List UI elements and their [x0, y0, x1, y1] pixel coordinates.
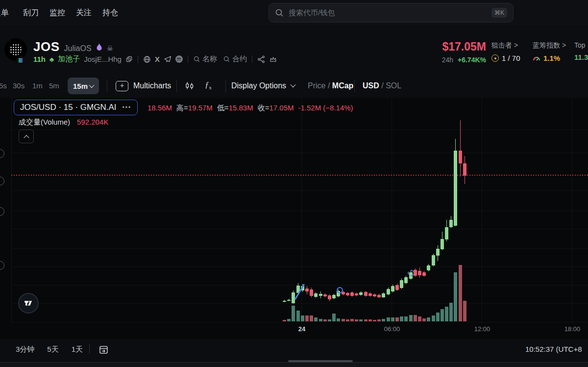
volume-bar — [296, 311, 300, 321]
candle-body — [418, 271, 421, 275]
search-input[interactable]: 搜索代币/钱包 ⌘K — [269, 3, 514, 23]
divider — [107, 79, 107, 92]
tradingview-logo[interactable] — [18, 293, 39, 314]
candle-body — [323, 294, 327, 296]
website-globe-icon[interactable] — [143, 55, 151, 63]
legend-menu-icon[interactable]: ••• — [122, 104, 131, 111]
candle-body — [454, 151, 457, 226]
gridline-h — [11, 130, 588, 130]
candle-body — [387, 289, 390, 294]
volume-bar — [319, 319, 322, 321]
indicators-fx-icon[interactable]: ƒx — [205, 80, 212, 90]
search-by-name[interactable]: 名称 — [202, 54, 217, 64]
gauge-icon — [533, 55, 540, 61]
volume-bar — [463, 301, 466, 321]
candle-wick — [460, 120, 461, 177]
candle-body — [328, 295, 331, 299]
candle-body — [373, 294, 376, 296]
collapse-panel-button[interactable] — [19, 130, 34, 143]
candle-body — [391, 286, 394, 291]
timeframe-30s[interactable]: 30s — [13, 81, 24, 90]
volume-bar — [337, 318, 340, 321]
sniper-target-icon — [491, 54, 499, 62]
cto-icon: ♣ — [49, 55, 54, 63]
volume-bar — [368, 319, 372, 321]
gridline-v — [572, 98, 572, 324]
volume-bar — [395, 317, 399, 321]
share-icon[interactable] — [257, 55, 265, 63]
volume-bar — [305, 315, 309, 321]
candle-body — [314, 293, 318, 297]
volume-bar — [287, 319, 291, 321]
price-mcap-toggle[interactable]: Price / MCap — [308, 81, 353, 90]
volume-bar — [350, 319, 354, 321]
sniper-label[interactable]: 狙击者 > — [491, 41, 520, 50]
multicharts-button[interactable]: Multicharts — [133, 81, 171, 90]
candle-body — [364, 292, 368, 296]
range-1d[interactable]: 1天 — [72, 345, 83, 354]
volume-bar — [414, 315, 417, 321]
bluechip-label[interactable]: 蓝筹指数 > — [533, 41, 566, 50]
display-options-button[interactable]: Display Options — [231, 81, 295, 90]
volume-bar — [422, 318, 426, 321]
search-placeholder: 搜索代币/钱包 — [289, 8, 491, 18]
timeframe-1m[interactable]: 1m — [32, 81, 43, 90]
change-value: -1.52M (−8.14%) — [298, 104, 353, 112]
flame-icon — [96, 43, 102, 51]
candle-body — [359, 292, 363, 295]
token-logo — [10, 44, 22, 55]
volume-bar — [292, 306, 295, 321]
lines-circle-icon[interactable] — [175, 55, 183, 63]
top-value: 11.3 — [574, 53, 588, 61]
nav-item-watchlist[interactable]: 关注 — [76, 8, 92, 18]
search-by-contract[interactable]: 合约 — [232, 54, 247, 64]
chart-legend[interactable]: JOS/USD · 15 · GMGN.AI ••• — [14, 100, 138, 115]
top-label[interactable]: Top — [574, 41, 588, 49]
volume-bar — [382, 319, 385, 321]
divider — [138, 55, 138, 63]
token-address[interactable]: JosjE...Hhg — [84, 55, 122, 63]
volume-bar — [346, 319, 349, 321]
session-clock[interactable]: 10:52:37 (UTC+8 — [525, 345, 582, 353]
window-bottom-strip — [0, 363, 588, 367]
volume-bar — [404, 316, 408, 321]
volume-bar — [377, 319, 381, 321]
range-3min[interactable]: 3分钟 — [16, 345, 34, 354]
crown-icon[interactable] — [269, 55, 277, 63]
nav-item-copytrade[interactable]: 跟单 — [0, 8, 9, 18]
candlestick-chart[interactable]: 2406:0012:0018:00 JOS/USD · 15 · GMGN.AI… — [0, 98, 588, 339]
drawing-tool-partial-icon — [0, 261, 4, 270]
token-symbol: JOS — [33, 39, 60, 54]
usd-sol-toggle[interactable]: USD / SOL — [363, 81, 401, 90]
volume-bar — [436, 313, 440, 321]
candle-body — [305, 288, 309, 291]
timeframe-active-button[interactable]: 15m — [68, 78, 99, 94]
top-holders-stat: Top 11.3 — [574, 41, 588, 61]
goto-date-calendar-icon[interactable] — [98, 344, 110, 356]
divider — [354, 79, 355, 92]
telegram-icon[interactable] — [164, 55, 172, 63]
candle-style-icon[interactable] — [184, 80, 195, 91]
nav-item-monitor[interactable]: 监控 — [49, 8, 65, 18]
add-chart-icon[interactable]: + — [116, 81, 128, 91]
volume-label: 成交量(Volume) — [19, 118, 70, 127]
x-axis-label: 18:00 — [564, 325, 581, 333]
volume-bar — [364, 319, 368, 321]
candle-body — [332, 295, 336, 298]
range-5d[interactable]: 5天 — [47, 345, 58, 354]
copy-icon[interactable] — [125, 55, 133, 63]
token-address-row: 11h ♣ 加池子 JosjE...Hhg X 名称 合约 — [33, 54, 277, 64]
volume-bar — [391, 317, 394, 321]
skull-icon: ☠ — [107, 44, 113, 53]
cto-label[interactable]: 加池子 — [58, 54, 80, 64]
range-shortcuts: 3分钟 5天 1天 — [16, 345, 83, 354]
twitter-x-icon[interactable]: X — [155, 55, 160, 63]
nav-item-scraper[interactable]: 刮刀 — [23, 8, 39, 18]
timeframe-5m[interactable]: 5m — [49, 81, 59, 90]
divider — [176, 79, 177, 92]
candle-body — [449, 220, 453, 227]
timeframe-5s[interactable]: 5s — [0, 81, 7, 90]
token-age: 11h — [33, 55, 46, 63]
nav-item-holdings[interactable]: 持仓 — [102, 8, 118, 18]
gridline-h — [11, 303, 588, 304]
